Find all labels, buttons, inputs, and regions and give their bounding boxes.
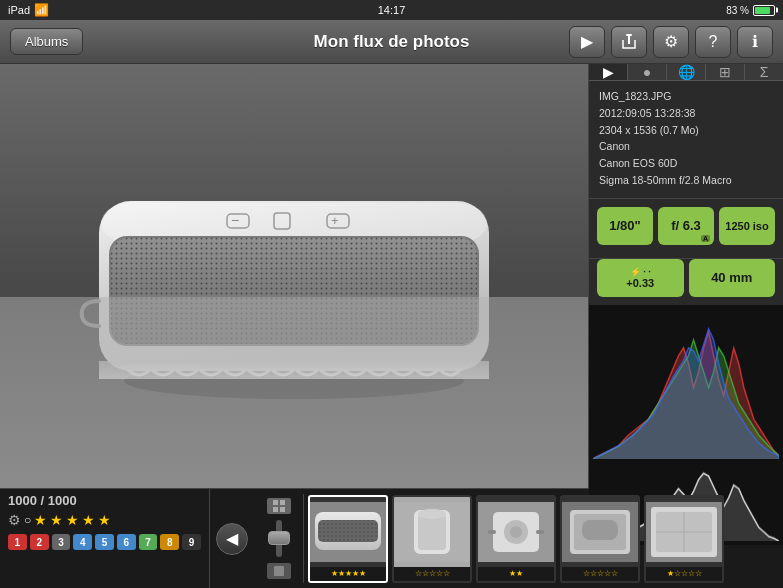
thumb-stars-5: ★☆☆☆☆ (646, 567, 722, 581)
info-button[interactable]: ℹ (737, 26, 773, 58)
size-slider-thumb[interactable] (268, 531, 290, 545)
main-area: − + (0, 64, 783, 488)
color-label-8[interactable]: 8 (160, 534, 179, 550)
rating-stars: ⚙ ○ ★ ★ ★ ★ ★ (8, 512, 201, 528)
tab-play[interactable]: ▶ (589, 64, 628, 80)
svg-rect-14 (273, 500, 278, 505)
svg-rect-23 (318, 520, 378, 542)
svg-rect-32 (488, 530, 496, 534)
svg-point-27 (418, 509, 446, 519)
toolbar-right: ▶ ⚙ ? ℹ (569, 26, 773, 58)
status-time: 14:17 (378, 4, 406, 16)
color-labels: 1 2 3 4 5 6 7 8 9 (8, 534, 201, 550)
color-label-4[interactable]: 4 (73, 534, 92, 550)
grid-icon[interactable] (267, 498, 291, 514)
single-icon[interactable] (267, 563, 291, 579)
photo-viewer[interactable]: − + (0, 64, 588, 488)
status-bar: iPad 📶 14:17 83 % (0, 0, 783, 20)
thumbnail-5[interactable]: ★☆☆☆☆ (644, 495, 724, 583)
surface-plane (0, 297, 588, 488)
svg-rect-16 (273, 507, 278, 512)
color-label-9[interactable]: 9 (182, 534, 201, 550)
histogram-color (593, 309, 779, 459)
thumbnail-4[interactable]: ☆☆☆☆☆ (560, 495, 640, 583)
lens: Sigma 18-50mm f/2.8 Macro (599, 173, 773, 189)
datetime: 2012:09:05 13:28:38 (599, 106, 773, 122)
ev-row: ⚡ · · +0.33 40 mm (589, 259, 783, 305)
thumbnails-area: ★★★★★ ☆☆☆☆☆ (304, 491, 783, 587)
camera-data: 1/80" f/ 6.3 A 1250 iso (589, 199, 783, 259)
thumb-stars-3: ★★ (478, 567, 554, 581)
tab-dot[interactable]: ● (628, 64, 667, 80)
photo-background: − + (0, 64, 588, 488)
thumb-stars-2: ☆☆☆☆☆ (394, 567, 470, 581)
battery-percent: 83 % (726, 5, 749, 16)
star-5[interactable]: ★ (98, 512, 111, 528)
aperture-badge: f/ 6.3 A (658, 207, 714, 245)
svg-point-31 (510, 526, 522, 538)
page-title: Mon flux de photos (314, 32, 470, 52)
camera-model: Canon EOS 60D (599, 156, 773, 172)
thumbnail-1[interactable]: ★★★★★ (308, 495, 388, 583)
histogram-color-canvas (593, 309, 779, 459)
filmstrip-nav: ◀ (210, 523, 254, 555)
color-label-2[interactable]: 2 (30, 534, 49, 550)
albums-button[interactable]: Albums (10, 28, 83, 55)
thumbnail-3[interactable]: ★★ (476, 495, 556, 583)
camera-make: Canon (599, 139, 773, 155)
star-3[interactable]: ★ (66, 512, 79, 528)
right-panel: ▶ ● 🌐 ⊞ Σ IMG_1823.JPG 2012:09:05 13:28:… (588, 64, 783, 488)
filmstrip: 1000 / 1000 ⚙ ○ ★ ★ ★ ★ ★ 1 2 3 4 5 6 7 … (0, 488, 783, 588)
size-slider-track[interactable] (276, 520, 282, 557)
filename: IMG_1823.JPG (599, 89, 773, 105)
color-label-3[interactable]: 3 (52, 534, 71, 550)
flash-ev-badge: ⚡ · · +0.33 (597, 259, 684, 297)
iso-badge: 1250 iso (719, 207, 775, 245)
thumbnail-2[interactable]: ☆☆☆☆☆ (392, 495, 472, 583)
help-button[interactable]: ? (695, 26, 731, 58)
svg-text:−: − (231, 212, 239, 228)
star-4[interactable]: ★ (82, 512, 95, 528)
size-slider (254, 494, 304, 583)
tab-grid[interactable]: ⊞ (706, 64, 745, 80)
battery-bar (753, 5, 775, 16)
status-left: iPad 📶 (8, 3, 49, 17)
ipad-label: iPad (8, 4, 30, 16)
play-button[interactable]: ▶ (569, 26, 605, 58)
color-label-1[interactable]: 1 (8, 534, 27, 550)
photo-info: IMG_1823.JPG 2012:09:05 13:28:38 2304 x … (589, 81, 783, 199)
svg-rect-26 (418, 514, 446, 550)
color-label-5[interactable]: 5 (95, 534, 114, 550)
svg-rect-17 (280, 507, 285, 512)
gear-small-icon[interactable]: ⚙ (8, 512, 21, 528)
photo-count: 1000 / 1000 (8, 493, 201, 508)
svg-text:+: + (331, 213, 339, 228)
tab-globe[interactable]: 🌐 (667, 64, 706, 80)
title-bar: Albums Mon flux de photos ▶ ⚙ ? ℹ (0, 20, 783, 64)
battery-fill (755, 7, 770, 14)
panel-tabs: ▶ ● 🌐 ⊞ Σ (589, 64, 783, 81)
thumb-stars-4: ☆☆☆☆☆ (562, 567, 638, 581)
color-label-6[interactable]: 6 (117, 534, 136, 550)
tab-sigma[interactable]: Σ (745, 64, 783, 80)
star-circle[interactable]: ○ (24, 513, 31, 527)
svg-rect-33 (536, 530, 544, 534)
star-2[interactable]: ★ (50, 512, 63, 528)
filmstrip-left: 1000 / 1000 ⚙ ○ ★ ★ ★ ★ ★ 1 2 3 4 5 6 7 … (0, 489, 210, 588)
wifi-icon: 📶 (34, 3, 49, 17)
color-label-7[interactable]: 7 (139, 534, 158, 550)
shutter-badge: 1/80" (597, 207, 653, 245)
svg-rect-18 (274, 566, 284, 576)
prev-button[interactable]: ◀ (216, 523, 248, 555)
dimensions: 2304 x 1536 (0.7 Mo) (599, 123, 773, 139)
share-button[interactable] (611, 26, 647, 58)
status-right: 83 % (726, 5, 775, 16)
gear-button[interactable]: ⚙ (653, 26, 689, 58)
thumb-stars-1: ★★★★★ (310, 567, 386, 581)
svg-rect-15 (280, 500, 285, 505)
star-1[interactable]: ★ (34, 512, 47, 528)
svg-rect-37 (582, 520, 618, 540)
focal-badge2: 40 mm (689, 259, 776, 297)
